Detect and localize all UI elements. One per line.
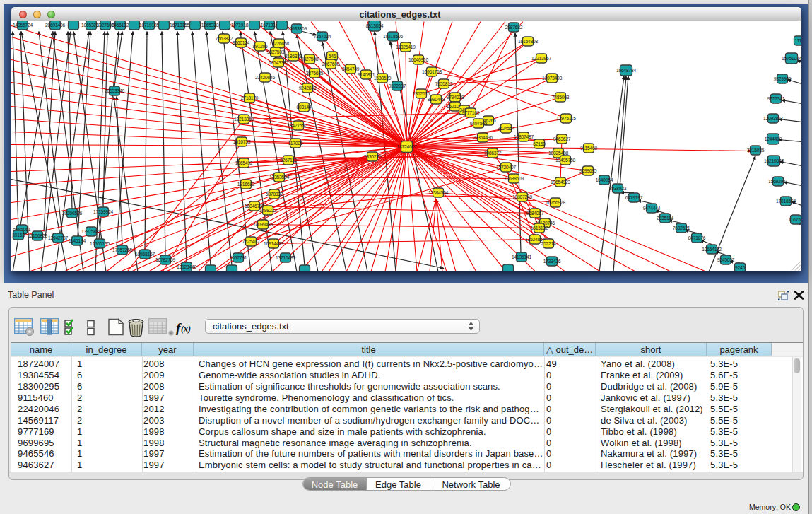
svg-text:9242848: 9242848 bbox=[299, 86, 317, 90]
svg-text:252214: 252214 bbox=[541, 241, 556, 246]
svg-text:10973493: 10973493 bbox=[542, 76, 563, 81]
svg-text:12942737: 12942737 bbox=[48, 235, 69, 240]
svg-text:8990448: 8990448 bbox=[428, 97, 445, 102]
svg-text:12505135: 12505135 bbox=[90, 241, 110, 246]
svg-text:16210643: 16210643 bbox=[764, 158, 784, 163]
svg-text:20053346: 20053346 bbox=[105, 88, 125, 93]
svg-text:10807487: 10807487 bbox=[514, 134, 534, 139]
svg-text:12156829: 12156829 bbox=[28, 233, 48, 238]
svg-text:17957255: 17957255 bbox=[112, 247, 133, 252]
svg-text:15751074: 15751074 bbox=[782, 56, 801, 61]
svg-text:8938923: 8938923 bbox=[609, 186, 627, 191]
svg-text:2987682: 2987682 bbox=[505, 25, 523, 30]
svg-text:17359924: 17359924 bbox=[93, 209, 114, 214]
svg-text:2935114: 2935114 bbox=[657, 216, 674, 221]
svg-text:16543382: 16543382 bbox=[269, 60, 289, 65]
svg-text:9777169: 9777169 bbox=[462, 110, 480, 115]
svg-text:803144: 803144 bbox=[296, 105, 312, 110]
svg-text:10025488: 10025488 bbox=[548, 151, 569, 156]
svg-text:9245: 9245 bbox=[735, 265, 746, 270]
svg-text:1244419: 1244419 bbox=[765, 136, 782, 141]
svg-text:39153: 39153 bbox=[12, 233, 25, 238]
svg-text:1733426: 1733426 bbox=[543, 259, 561, 264]
svg-text:7955812: 7955812 bbox=[435, 81, 453, 86]
svg-text:3215935: 3215935 bbox=[747, 148, 765, 153]
svg-text:1640954: 1640954 bbox=[596, 177, 613, 182]
svg-text:7357224: 7357224 bbox=[314, 34, 331, 39]
svg-text:16154808: 16154808 bbox=[518, 39, 539, 44]
svg-text:116753: 116753 bbox=[789, 217, 801, 222]
svg-text:2718170: 2718170 bbox=[241, 95, 259, 100]
svg-text:10719185: 10719185 bbox=[139, 23, 160, 28]
svg-text:13495758: 13495758 bbox=[555, 158, 576, 163]
svg-text:18807249: 18807249 bbox=[512, 194, 533, 199]
svg-text:9329966: 9329966 bbox=[774, 76, 792, 81]
svg-text:12093827: 12093827 bbox=[763, 116, 784, 121]
svg-text:9245052: 9245052 bbox=[717, 257, 735, 262]
svg-text:1671315: 1671315 bbox=[261, 23, 278, 28]
svg-text:62160: 62160 bbox=[533, 141, 546, 146]
svg-text:9684067: 9684067 bbox=[526, 211, 544, 216]
svg-text:9327503: 9327503 bbox=[267, 49, 285, 54]
svg-text:6479197: 6479197 bbox=[625, 195, 643, 200]
svg-text:9227341: 9227341 bbox=[767, 96, 785, 101]
svg-text:117006: 117006 bbox=[288, 141, 303, 146]
svg-text:1145194: 1145194 bbox=[69, 238, 86, 243]
svg-text:1610753: 1610753 bbox=[233, 139, 251, 144]
svg-text:6466102: 6466102 bbox=[112, 23, 129, 28]
svg-text:16648784: 16648784 bbox=[616, 68, 637, 73]
svg-text:8427552: 8427552 bbox=[290, 123, 307, 128]
svg-text:10654112: 10654112 bbox=[702, 247, 722, 252]
svg-text:11325419: 11325419 bbox=[396, 45, 416, 49]
svg-text:7632621: 7632621 bbox=[673, 226, 690, 230]
svg-text:(x): (x) bbox=[181, 324, 191, 334]
svg-text:1588520: 1588520 bbox=[374, 76, 392, 81]
svg-text:12213967: 12213967 bbox=[531, 56, 552, 61]
svg-text:9322037: 9322037 bbox=[389, 83, 406, 88]
svg-text:7986372: 7986372 bbox=[484, 151, 502, 156]
svg-text:10961758: 10961758 bbox=[422, 69, 442, 74]
svg-text:13384554: 13384554 bbox=[428, 190, 449, 195]
svg-text:8813054: 8813054 bbox=[366, 23, 384, 28]
svg-text:12975115: 12975115 bbox=[556, 116, 576, 121]
svg-text:20206526: 20206526 bbox=[62, 211, 83, 216]
svg-text:8660124: 8660124 bbox=[233, 40, 250, 45]
svg-text:1071918: 1071918 bbox=[231, 23, 249, 28]
svg-text:1112: 1112 bbox=[794, 38, 801, 43]
svg-text:8454749: 8454749 bbox=[342, 66, 360, 71]
svg-text:1065328: 1065328 bbox=[201, 23, 219, 28]
svg-text:13716485: 13716485 bbox=[276, 255, 296, 260]
svg-text:12353594: 12353594 bbox=[269, 175, 290, 180]
svg-text:1615132: 1615132 bbox=[531, 226, 548, 230]
svg-text:7625402: 7625402 bbox=[242, 239, 260, 244]
svg-text:17016504: 17016504 bbox=[776, 199, 796, 204]
svg-text:9474444: 9474444 bbox=[643, 206, 661, 211]
svg-text:9115460: 9115460 bbox=[580, 146, 598, 151]
svg-text:15720407: 15720407 bbox=[496, 165, 517, 170]
svg-text:8471876: 8471876 bbox=[688, 235, 706, 240]
svg-text:16914479: 16914479 bbox=[264, 241, 284, 246]
svg-text:9327508: 9327508 bbox=[301, 57, 319, 62]
svg-text:16033809: 16033809 bbox=[287, 26, 307, 31]
svg-text:891295: 891295 bbox=[252, 44, 268, 49]
svg-text:12923448: 12923448 bbox=[177, 264, 197, 269]
svg-text:9699695: 9699695 bbox=[579, 168, 597, 173]
svg-text:7485063: 7485063 bbox=[552, 95, 570, 100]
svg-text:15692971: 15692971 bbox=[768, 179, 789, 184]
svg-text:3875685: 3875685 bbox=[306, 71, 324, 76]
svg-text:1362615: 1362615 bbox=[413, 91, 430, 96]
svg-text:1498222: 1498222 bbox=[259, 208, 277, 213]
svg-text:16782759: 16782759 bbox=[155, 257, 176, 262]
svg-text:10756928: 10756928 bbox=[546, 200, 566, 205]
svg-text:9463627: 9463627 bbox=[553, 136, 571, 141]
svg-text:3267110: 3267110 bbox=[280, 158, 298, 163]
svg-text:546: 546 bbox=[329, 54, 336, 59]
svg-text:2330275: 2330275 bbox=[364, 154, 382, 159]
svg-text:19654923: 19654923 bbox=[551, 180, 571, 185]
svg-text:20691406: 20691406 bbox=[45, 23, 66, 28]
svg-text:1916682: 1916682 bbox=[237, 182, 255, 187]
svg-text:13975887: 13975887 bbox=[81, 229, 102, 234]
svg-text:6497568: 6497568 bbox=[470, 121, 488, 126]
svg-text:9794028: 9794028 bbox=[447, 95, 464, 100]
svg-text:20364436: 20364436 bbox=[473, 135, 493, 140]
